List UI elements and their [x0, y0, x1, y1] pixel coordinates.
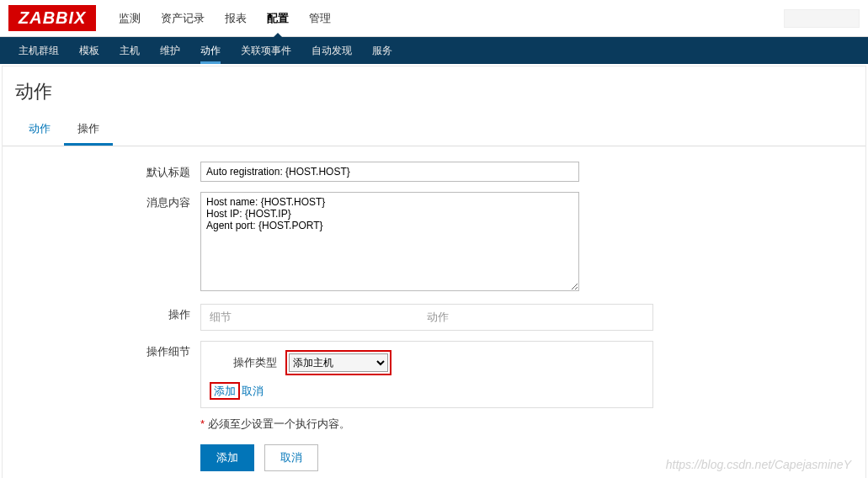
detail-row-type: 操作类型 添加主机 [210, 350, 644, 375]
subnav-maintenance[interactable]: 维护 [150, 37, 190, 64]
top-nav-monitoring[interactable]: 监测 [109, 0, 151, 37]
top-bar: ZABBIX 监测 资产记录 报表 配置 管理 [0, 0, 868, 37]
subnav-services[interactable]: 服务 [362, 37, 402, 64]
subnav-hostgroups[interactable]: 主机群组 [8, 37, 69, 64]
top-nav-reports[interactable]: 报表 [215, 0, 257, 37]
col-detail: 细节 [210, 310, 427, 325]
operations-table: 细节 动作 [200, 304, 653, 331]
button-row: 添加 取消 [200, 444, 653, 471]
row-operation-detail: 操作细节 操作类型 添加主机 添加取消 [141, 341, 853, 471]
row-default-title: 默认标题 [141, 162, 853, 182]
row-message-content: 消息内容 Host name: {HOST.HOST} Host IP: {HO… [141, 192, 853, 294]
label-operation-detail: 操作细节 [141, 341, 200, 359]
top-nav-inventory[interactable]: 资产记录 [151, 0, 215, 37]
cancel-button[interactable]: 取消 [264, 444, 318, 471]
subnav-discovery[interactable]: 自动发现 [301, 37, 362, 64]
link-cancel-operation[interactable]: 取消 [242, 385, 264, 397]
required-note: *必须至少设置一个执行内容。 [200, 417, 653, 432]
subnav-hosts[interactable]: 主机 [109, 37, 150, 64]
tab-operations[interactable]: 操作 [64, 114, 113, 146]
required-text: 必须至少设置一个执行内容。 [208, 417, 350, 430]
label-message-content: 消息内容 [141, 192, 200, 210]
label-operations: 操作 [141, 304, 200, 322]
select-highlight: 添加主机 [285, 350, 391, 375]
subnav-templates[interactable]: 模板 [69, 37, 109, 64]
page-title: 动作 [15, 79, 853, 104]
operations-header: 细节 动作 [201, 305, 652, 330]
detail-links: 添加取消 [210, 384, 644, 399]
logo[interactable]: ZABBIX [8, 5, 96, 31]
sub-nav: 主机群组 模板 主机 维护 动作 关联项事件 自动发现 服务 [0, 37, 868, 64]
top-nav-administration[interactable]: 管理 [299, 0, 341, 37]
page-content: 动作 动作 操作 默认标题 消息内容 Host name: {HOST.HOST… [2, 66, 866, 478]
top-nav-configuration[interactable]: 配置 [257, 0, 299, 37]
input-default-title[interactable] [200, 162, 579, 182]
required-star-icon: * [200, 417, 205, 430]
label-default-title: 默认标题 [141, 162, 200, 180]
subnav-correlation[interactable]: 关联项事件 [231, 37, 301, 64]
row-operations: 操作 细节 动作 [141, 304, 853, 331]
textarea-message-content[interactable]: Host name: {HOST.HOST} Host IP: {HOST.IP… [200, 192, 579, 291]
label-operation-type: 操作类型 [210, 355, 285, 370]
add-button[interactable]: 添加 [200, 444, 254, 471]
col-action: 动作 [427, 310, 644, 325]
link-add-operation[interactable]: 添加 [210, 382, 240, 400]
select-operation-type[interactable]: 添加主机 [289, 353, 388, 372]
subnav-actions[interactable]: 动作 [190, 37, 231, 64]
tab-action[interactable]: 动作 [15, 114, 64, 146]
top-nav: 监测 资产记录 报表 配置 管理 [109, 0, 341, 37]
form: 默认标题 消息内容 Host name: {HOST.HOST} Host IP… [141, 162, 853, 471]
operation-detail-panel: 操作类型 添加主机 添加取消 [200, 341, 653, 408]
search-box[interactable] [784, 9, 860, 28]
tabs: 动作 操作 [3, 114, 865, 146]
